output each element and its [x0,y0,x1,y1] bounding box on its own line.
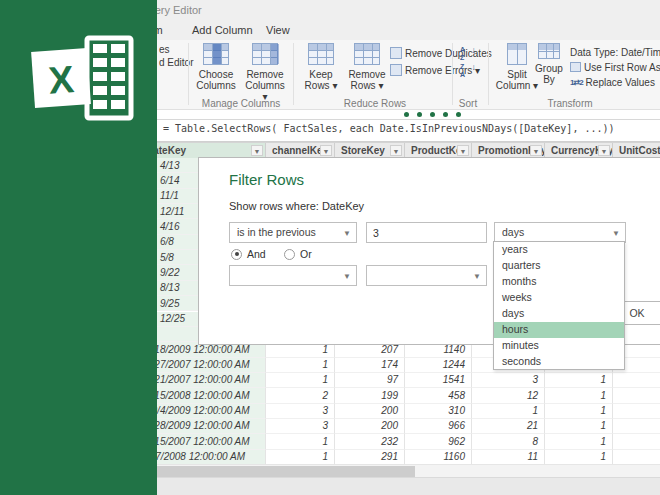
dot [456,112,461,117]
filter-dropdown-icon[interactable]: ▼ [598,145,610,156]
cell-productkey[interactable]: 1541 [405,373,472,388]
cell-currencykey[interactable]: 1 [545,450,613,465]
and-radio[interactable]: And [231,248,266,260]
cell-productkey[interactable]: 458 [405,388,472,403]
data-type-button[interactable]: Data Type: Date/Time ▾ [570,45,660,59]
cell-channelkey[interactable]: 1 [266,373,335,388]
first-row-headers-icon [570,62,581,72]
filter-dropdown-icon[interactable]: ▼ [390,145,402,156]
value-input[interactable] [366,222,487,243]
cell-channelkey[interactable]: 1 [266,358,335,373]
keep-rows-icon [308,43,334,65]
cell-productkey[interactable]: 962 [405,434,472,449]
cell-storekey[interactable]: 291 [335,450,405,465]
or-radio[interactable]: Or [284,248,312,260]
column-header-promotionkey[interactable]: PromotionKey▼ [472,143,545,158]
column-header-productkey[interactable]: ProductKey▼ [405,143,472,158]
cell-currencykey[interactable]: 1 [545,373,613,388]
filter-dropdown-icon[interactable]: ▼ [530,145,542,156]
cell-channelkey[interactable]: 1 [266,434,335,449]
column-header-storekey[interactable]: StoreKey▼ [335,143,405,158]
cell-channelkey[interactable]: 3 [266,419,335,434]
radio-selected-icon [231,249,242,260]
cell-productkey[interactable]: 310 [405,404,472,419]
cell-productkey[interactable]: 1160 [405,450,472,465]
filter-dropdown-icon[interactable]: ▼ [457,145,469,156]
cell-unitcost[interactable] [613,419,660,434]
cell-datekey[interactable]: 3/7/2008 12:00:00 AM [140,450,266,465]
filter-dropdown-icon[interactable]: ▼ [320,145,332,156]
remove-columns-icon [252,43,278,65]
cell-currencykey[interactable]: 1 [545,404,613,419]
cell-storekey[interactable]: 97 [335,373,405,388]
cell-storekey[interactable]: 200 [335,419,405,434]
remove-rows-button[interactable]: Remove Rows ▾ [344,43,390,97]
value-combo-2[interactable]: ▼ [366,265,487,286]
cell-unitcost[interactable] [613,388,660,403]
column-header-channelkey[interactable]: channelKey▼ [266,143,335,158]
cell-promotionkey[interactable]: 1 [472,404,545,419]
cell-currencykey[interactable]: 1 [545,434,613,449]
cell-storekey[interactable]: 232 [335,434,405,449]
sort-ascending-button[interactable]: AZ↓ [460,46,476,60]
cell-channelkey[interactable]: 2 [266,388,335,403]
sort-descending-button[interactable]: ZA↓ [460,63,476,77]
keep-rows-button[interactable]: Keep Rows ▾ [298,43,344,97]
unit-option-months[interactable]: months [494,274,624,290]
tab-add-column[interactable]: Add Column [192,24,253,36]
cell-datekey[interactable]: 8/15/2008 12:00:00 AM [140,388,266,403]
cell-promotionkey[interactable]: 11 [472,450,545,465]
unit-option-quarters[interactable]: quarters [494,258,624,274]
column-header-unitcost[interactable]: UnitCost▼ [613,143,660,158]
dot [430,112,435,117]
cell-currencykey[interactable]: 1 [545,388,613,403]
properties-label-partial[interactable]: es [159,44,170,55]
cell-channelkey[interactable]: 3 [266,404,335,419]
cell-unitcost[interactable] [613,404,660,419]
cell-unitcost[interactable] [613,373,660,388]
cell-unitcost[interactable] [613,450,660,465]
transform-group-label: Transform [530,98,610,109]
cell-promotionkey[interactable]: 8 [472,434,545,449]
cell-productkey[interactable]: 966 [405,419,472,434]
replace-values-button[interactable]: 1⇄2 Replace Values [570,75,655,89]
use-first-row-as-headers-button[interactable]: Use First Row As Headers ▾ [570,60,660,74]
cell-currencykey[interactable]: 1 [545,419,613,434]
unit-option-minutes[interactable]: minutes [494,338,624,354]
tab-view[interactable]: View [266,24,290,36]
cell-storekey[interactable]: 174 [335,358,405,373]
cell-productkey[interactable]: 1244 [405,358,472,373]
cell-datekey[interactable]: 7/28/2009 12:00:00 AM [140,419,266,434]
column-header-currencykey[interactable]: CurrencyKey▼ [545,143,613,158]
column-header-datekey[interactable]: DateKey▼ [140,143,266,158]
cell-promotionkey[interactable]: 12 [472,388,545,403]
formula-input[interactable] [163,123,657,134]
cell-storekey[interactable]: 199 [335,388,405,403]
sort-group-label: Sort [448,98,488,109]
remove-duplicates-button[interactable]: Remove Duplicates [390,46,492,60]
cell-promotionkey[interactable]: 3 [472,373,545,388]
unit-option-weeks[interactable]: weeks [494,290,624,306]
unit-option-hours[interactable]: hours [494,322,624,338]
unit-option-seconds[interactable]: seconds [494,354,624,370]
scrollbar-thumb[interactable] [140,466,415,477]
group-by-button[interactable]: Group By [532,43,566,97]
cell-datekey[interactable]: 2/15/2007 12:00:00 AM [140,434,266,449]
filter-dropdown-icon[interactable]: ▼ [251,145,263,156]
cell-datekey[interactable]: 6/27/2007 12:00:00 AM [140,358,266,373]
dot [417,112,422,117]
operator-combo-2[interactable]: ▼ [229,265,357,286]
remove-columns-button[interactable]: Remove Columns ▾ [242,43,288,97]
cell-storekey[interactable]: 200 [335,404,405,419]
choose-columns-button[interactable]: Choose Columns [193,43,239,97]
cell-channelkey[interactable]: 1 [266,450,335,465]
cell-promotionkey[interactable]: 21 [472,419,545,434]
cell-unitcost[interactable] [613,434,660,449]
unit-option-years[interactable]: years [494,242,624,258]
unit-option-days[interactable]: days [494,306,624,322]
cell-datekey[interactable]: 10/4/2009 12:00:00 AM [140,404,266,419]
operator-combo[interactable]: is in the previous ▼ [229,222,357,243]
choose-columns-icon [203,43,229,65]
unit-combo[interactable]: days ▼ [494,222,626,243]
cell-datekey[interactable]: 9/21/2007 12:00:00 AM [140,373,266,388]
